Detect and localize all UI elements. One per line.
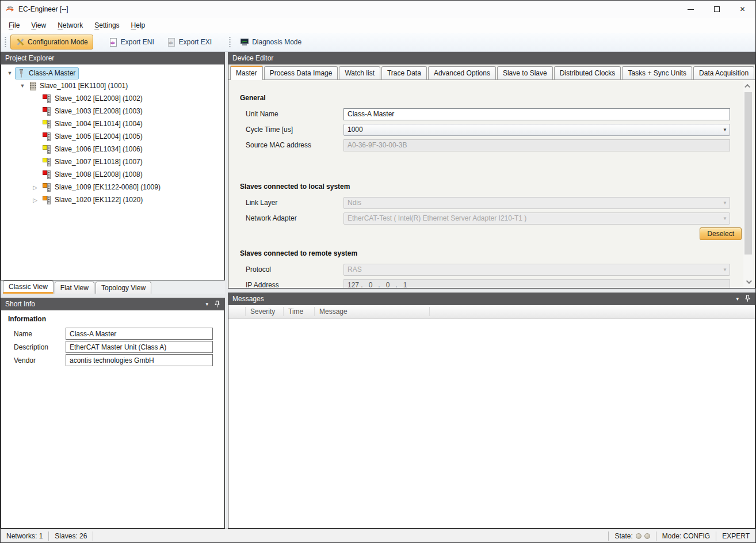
tab-data-acquisition[interactable]: Data Acquisition xyxy=(693,66,754,79)
tree-item-label: Slave_1009 [EK1122-0080] (1009) xyxy=(55,183,161,191)
tree-item[interactable]: ▼Slave_1001 [EK1100] (1001) xyxy=(1,79,224,92)
export-exi-button[interactable]: </>Export EXI xyxy=(162,35,217,50)
tree-item[interactable]: Slave_1005 [EL2004] (1005) xyxy=(1,130,224,143)
messages-list[interactable] xyxy=(228,319,755,529)
section-slaves-connected-to-remote-system: Slaves connected to remote systemProtoco… xyxy=(240,249,755,288)
tree-item[interactable]: ▷Slave_1009 [EK1122-0080] (1009) xyxy=(1,181,224,193)
tab-distributed-clocks[interactable]: Distributed Clocks xyxy=(554,66,621,79)
short-info-title: Short Info xyxy=(5,300,35,308)
messages-column-severity[interactable]: Severity xyxy=(246,307,284,316)
master-icon xyxy=(17,69,25,78)
tree-item[interactable]: Slave_1002 [EL2008] (1002) xyxy=(1,92,224,105)
tree-expand-icon[interactable]: ▼ xyxy=(5,70,15,76)
link-layer-label: Link Layer xyxy=(240,199,343,207)
horizontal-splitter-right[interactable] xyxy=(228,288,755,293)
tab-master[interactable]: Master xyxy=(230,66,263,80)
vertical-scrollbar[interactable] xyxy=(743,81,753,287)
toolbar-grip[interactable] xyxy=(4,36,7,48)
state-led-icon xyxy=(644,533,650,539)
link-layer-value: Ndis xyxy=(348,199,720,207)
minimize-button[interactable] xyxy=(678,1,704,18)
scroll-down-icon[interactable] xyxy=(743,277,753,287)
tree-item[interactable]: Slave_1003 [EL2008] (1003) xyxy=(1,105,224,117)
project-tree: ▼Class-A Master▼Slave_1001 [EK1100] (100… xyxy=(1,64,225,280)
configuration-mode-button[interactable]: Configuration Mode xyxy=(10,35,93,50)
state-led-icon xyxy=(636,533,642,539)
scrollbar-thumb[interactable] xyxy=(744,92,752,255)
tree-item-label: Slave_1001 [EK1100] (1001) xyxy=(40,82,128,90)
scroll-up-icon[interactable] xyxy=(743,81,753,91)
info-value-vendor: acontis technologies GmbH xyxy=(66,354,213,366)
menu-file[interactable]: File xyxy=(3,19,25,32)
master-tab-content: GeneralUnit NameClass-A MasterCycle Time… xyxy=(228,80,755,288)
tree-item-label: Slave_1008 [EL2008] (1008) xyxy=(55,170,143,179)
tab-trace-data[interactable]: Trace Data xyxy=(381,66,427,79)
cycle-time-dropdown[interactable]: 1000▼ xyxy=(343,124,730,136)
pin-icon[interactable] xyxy=(214,301,220,308)
messages-column-time[interactable]: Time xyxy=(284,307,315,316)
tab-flat-view[interactable]: Flat View xyxy=(55,282,94,294)
form-row-link-layer: Link LayerNdis▼ xyxy=(240,196,755,209)
tree-expand-icon[interactable]: ▼ xyxy=(17,83,28,89)
menu-view[interactable]: View xyxy=(25,19,52,32)
ip-address-label: IP Address xyxy=(240,281,343,288)
toolbar: Configuration Mode </>Export ENI </>Expo… xyxy=(1,33,755,52)
tree-item[interactable]: Slave_1008 [EL2008] (1008) xyxy=(1,168,224,181)
menu-settings[interactable]: Settings xyxy=(89,19,125,32)
terminal-red-icon xyxy=(43,170,51,179)
terminal-orange-icon xyxy=(43,183,51,192)
messages-icon-column xyxy=(228,307,246,316)
terminal-red-icon xyxy=(43,107,51,116)
tab-tasks-sync-units[interactable]: Tasks + Sync Units xyxy=(622,66,692,79)
protocol-control: RAS▼ xyxy=(343,264,730,276)
chevron-down-icon: ▼ xyxy=(720,200,730,206)
messages-collapse-chevron-icon[interactable]: ▾ xyxy=(736,296,739,302)
link-layer-control: Ndis▼ xyxy=(343,197,730,209)
chevron-down-icon: ▼ xyxy=(720,267,730,272)
tree-expand-icon[interactable]: ▷ xyxy=(30,197,40,203)
form-row-ip-address: IP Address127 . 0 . 0 . 1 xyxy=(240,279,755,288)
short-info-header: Short Info ▾ xyxy=(1,298,225,310)
tree-item-label: Class-A Master xyxy=(29,69,75,77)
terminal-red-icon xyxy=(43,132,51,141)
form-row-network-adapter: Network AdapterEtherCAT-Test ( Intel(R) … xyxy=(240,212,755,225)
toolbar-grip-2[interactable] xyxy=(228,36,231,48)
info-value-description: EtherCAT Master Unit (Class A) xyxy=(66,341,213,353)
horizontal-splitter-left[interactable] xyxy=(1,294,225,298)
tab-process-data-image[interactable]: Process Data Image xyxy=(264,66,338,79)
form-row-cycle-time: Cycle Time [us]1000▼ xyxy=(240,123,755,136)
menu-help[interactable]: Help xyxy=(125,19,151,32)
tree-item[interactable]: Slave_1004 [EL1014] (1004) xyxy=(1,117,224,130)
section-general: GeneralUnit NameClass-A MasterCycle Time… xyxy=(240,94,755,151)
tree-item[interactable]: ▷Slave_1020 [EK1122] (1020) xyxy=(1,193,224,206)
section-title: Slaves connected to remote system xyxy=(240,249,755,257)
network-adapter-dropdown: EtherCAT-Test ( Intel(R) Ethernet Server… xyxy=(343,212,730,225)
tab-watch-list[interactable]: Watch list xyxy=(339,66,380,79)
menu-network[interactable]: Network xyxy=(52,19,89,32)
tree-item[interactable]: Slave_1007 [EL1018] (1007) xyxy=(1,155,224,168)
collapse-chevron-icon[interactable]: ▾ xyxy=(205,301,208,307)
maximize-button[interactable] xyxy=(704,1,730,18)
close-button[interactable]: ✕ xyxy=(730,1,755,18)
export-eni-button[interactable]: </>Export ENI xyxy=(104,35,159,50)
diagnosis-mode-button[interactable]: Diagnosis Mode xyxy=(235,35,307,50)
messages-column-message[interactable]: Message xyxy=(315,307,430,316)
mode-indicator: Mode: CONFIG xyxy=(656,531,716,541)
info-label: Name xyxy=(8,330,66,338)
unit-name-input[interactable]: Class-A Master xyxy=(343,108,730,120)
tree-item[interactable]: ▼Class-A Master xyxy=(1,67,224,79)
tab-topology-view[interactable]: Topology View xyxy=(96,282,151,294)
tab-advanced-options[interactable]: Advanced Options xyxy=(428,66,496,79)
export-eni-icon: </> xyxy=(110,38,117,47)
messages-pin-icon[interactable] xyxy=(744,295,751,302)
export-exi-icon: </> xyxy=(168,38,175,47)
tree-item[interactable]: Slave_1006 [EL1034] (1006) xyxy=(1,143,224,155)
tree-expand-icon[interactable]: ▷ xyxy=(30,184,40,191)
information-heading: Information xyxy=(8,315,224,323)
terminal-yellow-icon xyxy=(43,145,51,154)
deselect-button[interactable]: Deselect xyxy=(700,227,742,240)
tab-classic-view[interactable]: Classic View xyxy=(3,280,54,294)
source-mac-input: A0-36-9F-30-00-3B xyxy=(343,139,730,151)
tab-slave-to-slave[interactable]: Slave to Slave xyxy=(497,66,553,79)
tree-item-label: Slave_1005 [EL2004] (1005) xyxy=(55,132,143,141)
